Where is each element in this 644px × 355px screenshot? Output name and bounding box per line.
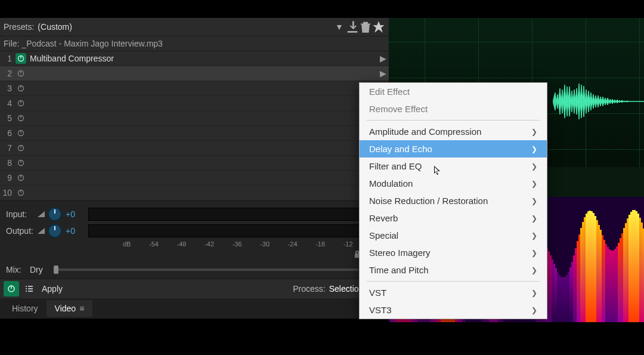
menu-separator: [367, 281, 540, 282]
slot-number: 3: [0, 84, 12, 93]
tab-menu-icon[interactable]: ≡: [79, 304, 84, 313]
input-triangle-icon: [37, 210, 45, 218]
svg-rect-23: [28, 286, 33, 287]
import-icon[interactable]: [346, 20, 359, 33]
menu-item[interactable]: Amplitude and Compression❯: [360, 123, 547, 140]
output-value[interactable]: +0: [66, 226, 81, 236]
slot-power-button[interactable]: [16, 172, 26, 183]
submenu-arrow-icon: ❯: [531, 128, 537, 136]
menu-item-label: Stereo Imagery: [369, 248, 431, 258]
output-label: Output:: [6, 226, 37, 236]
list-view-icon[interactable]: [23, 282, 36, 295]
menu-item-label: Remove Effect: [369, 104, 428, 114]
slot-power-button[interactable]: [16, 113, 26, 124]
output-triangle-icon: [37, 227, 45, 235]
submenu-arrow-icon: ❯: [531, 249, 537, 257]
output-level-row: Output: +0: [6, 223, 383, 239]
slot-power-button[interactable]: [16, 187, 26, 198]
tab-video[interactable]: Video≡: [47, 300, 93, 317]
menu-item: Remove Effect: [360, 100, 547, 118]
tab-history[interactable]: History: [4, 300, 47, 317]
mix-slider-thumb[interactable]: [54, 266, 58, 274]
rack-power-button[interactable]: [4, 281, 19, 297]
star-icon[interactable]: [372, 20, 385, 33]
slot-number: 7: [0, 143, 12, 153]
submenu-arrow-icon: ❯: [531, 162, 537, 171]
menu-item[interactable]: VST❯: [360, 284, 547, 301]
db-tick: -18: [315, 240, 325, 248]
slot-number: 1: [0, 54, 12, 63]
output-meter: [88, 224, 383, 237]
slot-power-button[interactable]: [16, 98, 26, 109]
slot-expand-icon[interactable]: ▶: [377, 54, 389, 63]
menu-item-label: Delay and Echo: [369, 144, 432, 154]
apply-button[interactable]: Apply: [42, 284, 63, 294]
menu-item[interactable]: Modulation❯: [360, 175, 547, 192]
trash-icon[interactable]: [359, 20, 372, 33]
menu-item[interactable]: Reverb❯: [360, 209, 547, 227]
apply-row: Apply Process: Selection Only: [0, 279, 389, 298]
input-knob[interactable]: [48, 207, 62, 221]
effect-slot[interactable]: 6: [0, 126, 389, 141]
menu-item[interactable]: Noise Reduction / Restoration❯: [360, 192, 547, 209]
menu-separator: [367, 120, 540, 121]
menu-item[interactable]: Special❯: [360, 227, 547, 244]
menu-item[interactable]: Time and Pitch❯: [360, 261, 547, 279]
slot-power-button[interactable]: [16, 53, 26, 64]
file-row: File: _Podcast - Maxim Jago Interview.mp…: [0, 36, 389, 51]
menu-item: Edit Effect: [360, 83, 547, 100]
presets-dropdown-icon[interactable]: ▼: [333, 20, 346, 33]
menu-item[interactable]: Filter and EQ❯: [360, 158, 547, 175]
effect-slot[interactable]: 8: [0, 156, 389, 171]
menu-item-label: Noise Reduction / Restoration: [369, 196, 488, 206]
svg-rect-25: [28, 288, 33, 289]
menu-item-label: VST: [369, 288, 386, 298]
effect-slot[interactable]: 10: [0, 186, 389, 200]
effect-slot[interactable]: 2▶: [0, 66, 389, 81]
slot-effect-name[interactable]: Multiband Compressor: [30, 54, 377, 63]
slot-number: 2: [0, 69, 12, 78]
mix-label: Mix:: [6, 265, 30, 274]
effect-slot[interactable]: 5: [0, 111, 389, 126]
slot-power-button[interactable]: [16, 158, 26, 168]
svg-rect-26: [26, 291, 27, 292]
menu-item-label: Reverb: [369, 213, 398, 223]
slot-number: 8: [0, 158, 12, 168]
db-tick: -24: [288, 240, 298, 248]
effect-slot[interactable]: 9: [0, 171, 389, 186]
output-knob[interactable]: [48, 224, 62, 238]
submenu-arrow-icon: ❯: [531, 145, 537, 153]
process-label: Process:: [293, 284, 325, 294]
menu-item[interactable]: Delay and Echo❯: [360, 140, 547, 158]
svg-rect-22: [26, 286, 27, 287]
slot-number: 9: [0, 173, 12, 183]
slot-power-button[interactable]: [16, 83, 26, 94]
submenu-arrow-icon: ❯: [531, 197, 537, 205]
input-label: Input:: [6, 209, 37, 219]
effect-slot[interactable]: 7: [0, 141, 389, 156]
presets-label: Presets:: [4, 22, 34, 32]
menu-item-label: VST3: [369, 305, 392, 315]
menu-item-label: Filter and EQ: [369, 161, 422, 171]
effect-slot[interactable]: 4: [0, 96, 389, 111]
svg-rect-24: [26, 288, 27, 289]
slot-expand-icon[interactable]: ▶: [377, 69, 389, 78]
slot-power-button[interactable]: [16, 68, 26, 79]
menu-item-label: Modulation: [369, 178, 413, 189]
menu-item[interactable]: Stereo Imagery❯: [360, 244, 547, 261]
input-value[interactable]: +0: [66, 209, 81, 219]
menu-item[interactable]: VST3❯: [360, 301, 547, 319]
effect-slot[interactable]: 3: [0, 81, 389, 96]
submenu-arrow-icon: ❯: [531, 231, 537, 240]
menu-item-label: Edit Effect: [369, 87, 410, 97]
effect-context-menu: Edit EffectRemove EffectAmplitude and Co…: [359, 82, 547, 319]
presets-value[interactable]: (Custom): [38, 22, 333, 32]
effect-slot[interactable]: 1Multiband Compressor▶: [0, 51, 389, 66]
slot-power-button[interactable]: [16, 128, 26, 138]
svg-rect-27: [28, 291, 33, 292]
menu-item-label: Special: [369, 230, 398, 240]
slot-power-button[interactable]: [16, 143, 26, 153]
mix-slider[interactable]: [54, 268, 359, 271]
slot-number: 10: [0, 188, 12, 197]
file-name: _Podcast - Maxim Jago Interview.mp3: [21, 39, 163, 48]
